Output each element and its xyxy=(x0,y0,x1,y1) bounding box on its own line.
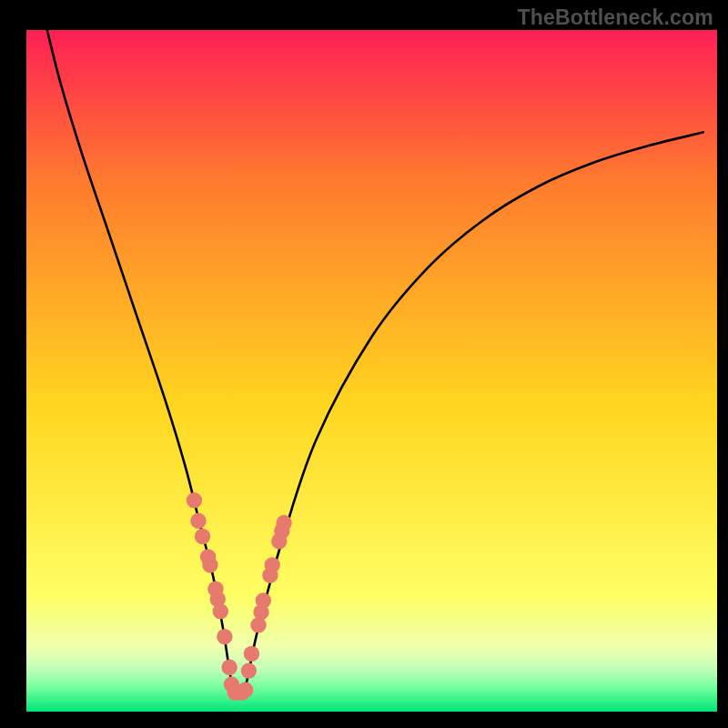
marker-dot xyxy=(244,646,259,662)
marker-dot xyxy=(195,529,210,544)
plot-background xyxy=(26,30,717,712)
marker-dot xyxy=(213,603,228,619)
marker-dot xyxy=(221,660,237,675)
marker-dot xyxy=(217,629,232,644)
chart-stage: TheBottleneck.com xyxy=(0,0,728,728)
watermark-label: TheBottleneck.com xyxy=(517,5,713,30)
marker-dot xyxy=(241,662,257,678)
marker-dot xyxy=(190,513,206,529)
marker-dot xyxy=(256,592,271,608)
marker-dot xyxy=(202,557,217,572)
marker-dot xyxy=(187,492,202,508)
marker-dot xyxy=(238,682,253,697)
marker-dot xyxy=(276,515,291,531)
bottleneck-chart xyxy=(0,0,728,728)
marker-dot xyxy=(265,557,280,572)
